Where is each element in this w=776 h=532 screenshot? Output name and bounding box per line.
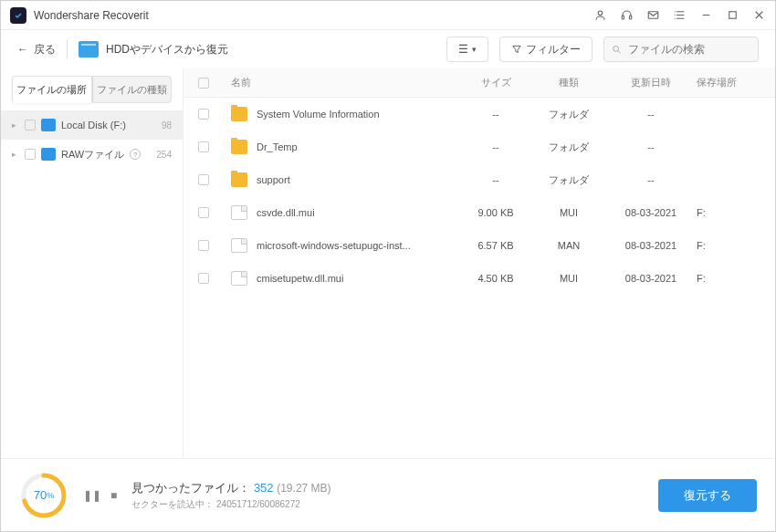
file-size: 9.00 KB bbox=[459, 207, 532, 218]
file-type: フォルダ bbox=[532, 108, 605, 121]
row-checkbox[interactable] bbox=[198, 109, 209, 120]
svg-rect-1 bbox=[622, 16, 624, 19]
file-size: 4.50 KB bbox=[459, 273, 532, 284]
table-row[interactable]: microsoft-windows-setupugc-inst... 6.57 … bbox=[184, 229, 775, 262]
file-date: -- bbox=[605, 141, 697, 152]
file-type: MUI bbox=[532, 273, 605, 284]
tree-label: Local Disk (F:) bbox=[61, 120, 126, 130]
file-icon bbox=[231, 271, 247, 286]
file-size: 6.57 KB bbox=[459, 240, 532, 251]
file-name: Dr_Temp bbox=[257, 141, 298, 152]
checkbox[interactable] bbox=[25, 120, 36, 130]
row-checkbox[interactable] bbox=[198, 273, 209, 284]
filter-label: フィルター bbox=[526, 42, 581, 57]
search-icon bbox=[612, 44, 623, 56]
sidebar: ファイルの場所 ファイルの種類 ▸ Local Disk (F:) 98▸ RA… bbox=[1, 68, 184, 458]
file-date: 08-03-2021 bbox=[605, 207, 697, 218]
table-row[interactable]: csvde.dll.mui 9.00 KB MUI 08-03-2021 F: bbox=[184, 196, 775, 229]
file-path: F: bbox=[697, 207, 760, 218]
titlebar: Wondershare Recoverit bbox=[1, 1, 775, 30]
svg-rect-2 bbox=[630, 16, 632, 19]
folder-icon bbox=[231, 172, 247, 187]
separator bbox=[67, 39, 68, 59]
table-row[interactable]: support -- フォルダ -- bbox=[184, 163, 775, 196]
found-size: (19.27 MB) bbox=[277, 482, 330, 495]
sector-value: 24051712/60086272 bbox=[216, 499, 300, 509]
progress-ring: 70% bbox=[19, 471, 68, 520]
maximize-icon[interactable] bbox=[726, 8, 739, 22]
tree-count: 254 bbox=[156, 150, 172, 160]
filter-button[interactable]: フィルター bbox=[499, 37, 592, 62]
file-type: MUI bbox=[532, 207, 605, 218]
file-type: フォルダ bbox=[532, 141, 605, 154]
filter-icon bbox=[511, 44, 522, 55]
file-date: -- bbox=[605, 109, 697, 120]
recover-button[interactable]: 復元する bbox=[658, 479, 757, 512]
mail-icon[interactable] bbox=[646, 8, 660, 22]
tree-item[interactable]: ▸ Local Disk (F:) 98 bbox=[1, 110, 183, 140]
file-size: -- bbox=[459, 141, 532, 152]
col-date[interactable]: 更新日時 bbox=[605, 76, 697, 89]
col-name[interactable]: 名前 bbox=[227, 76, 459, 89]
chevron-right-icon: ▸ bbox=[12, 120, 19, 130]
app-logo bbox=[10, 7, 26, 24]
svg-point-0 bbox=[598, 11, 603, 16]
file-type: MAN bbox=[532, 240, 605, 251]
file-icon bbox=[231, 205, 247, 220]
file-type: フォルダ bbox=[532, 173, 605, 187]
tab-file-location[interactable]: ファイルの場所 bbox=[12, 76, 92, 103]
progress-pct: 70 bbox=[34, 488, 47, 502]
row-checkbox[interactable] bbox=[198, 207, 209, 218]
stop-button[interactable]: ■ bbox=[110, 489, 117, 502]
file-path: F: bbox=[697, 273, 760, 284]
col-type[interactable]: 種類 bbox=[532, 76, 605, 89]
row-checkbox[interactable] bbox=[198, 174, 209, 185]
help-icon[interactable]: ? bbox=[130, 149, 141, 160]
file-name: System Volume Information bbox=[257, 109, 380, 120]
row-checkbox[interactable] bbox=[198, 240, 209, 251]
headset-icon[interactable] bbox=[620, 8, 634, 22]
list-icon[interactable] bbox=[673, 8, 687, 22]
file-name: cmisetupetw.dll.mui bbox=[257, 273, 343, 284]
found-count: 352 bbox=[254, 481, 274, 495]
row-checkbox[interactable] bbox=[198, 141, 209, 152]
pause-button[interactable]: ❚❚ bbox=[83, 489, 101, 502]
arrow-left-icon: ← bbox=[17, 43, 28, 56]
chevron-down-icon: ▾ bbox=[472, 45, 477, 54]
select-all-checkbox[interactable] bbox=[198, 78, 209, 89]
checkbox[interactable] bbox=[25, 149, 36, 160]
back-label: 戻る bbox=[34, 42, 56, 57]
file-size: -- bbox=[459, 174, 532, 185]
minimize-icon[interactable] bbox=[699, 8, 713, 22]
view-menu-button[interactable]: ☰ ▾ bbox=[446, 37, 488, 62]
user-icon[interactable] bbox=[593, 8, 607, 22]
file-list: 名前 サイズ 種類 更新日時 保存場所 System Volume Inform… bbox=[184, 68, 775, 458]
col-size[interactable]: サイズ bbox=[459, 76, 532, 89]
tree-item[interactable]: ▸ RAWファイル ? 254 bbox=[1, 140, 183, 169]
table-header: 名前 サイズ 種類 更新日時 保存場所 bbox=[184, 68, 775, 98]
file-size: -- bbox=[459, 109, 532, 120]
table-row[interactable]: System Volume Information -- フォルダ -- bbox=[184, 98, 775, 130]
app-title: Wondershare Recoverit bbox=[34, 9, 593, 22]
file-date: 08-03-2021 bbox=[605, 240, 697, 251]
location-label: HDDやデバイスから復元 bbox=[79, 41, 435, 57]
disk-icon bbox=[41, 119, 56, 131]
search-box[interactable] bbox=[603, 37, 759, 62]
back-button[interactable]: ← 戻る bbox=[17, 42, 56, 57]
table-row[interactable]: Dr_Temp -- フォルダ -- bbox=[184, 130, 775, 163]
file-name: support bbox=[257, 174, 290, 185]
footer: 70% ❚❚ ■ 見つかったファイル： 352 (19.27 MB) セクターを… bbox=[1, 458, 775, 531]
found-label: 見つかったファイル： bbox=[131, 481, 250, 495]
folder-icon bbox=[231, 140, 247, 154]
tab-file-type[interactable]: ファイルの種類 bbox=[92, 76, 173, 103]
file-name: csvde.dll.mui bbox=[257, 207, 315, 218]
close-icon[interactable] bbox=[752, 8, 766, 22]
col-path[interactable]: 保存場所 bbox=[697, 76, 760, 89]
tree-count: 98 bbox=[162, 120, 172, 130]
table-row[interactable]: cmisetupetw.dll.mui 4.50 KB MUI 08-03-20… bbox=[184, 262, 775, 295]
location-text: HDDやデバイスから復元 bbox=[106, 42, 228, 57]
svg-point-5 bbox=[613, 46, 619, 51]
tree: ▸ Local Disk (F:) 98▸ RAWファイル ? 254 bbox=[1, 103, 183, 458]
search-input[interactable] bbox=[628, 43, 751, 56]
file-path: F: bbox=[697, 240, 760, 251]
